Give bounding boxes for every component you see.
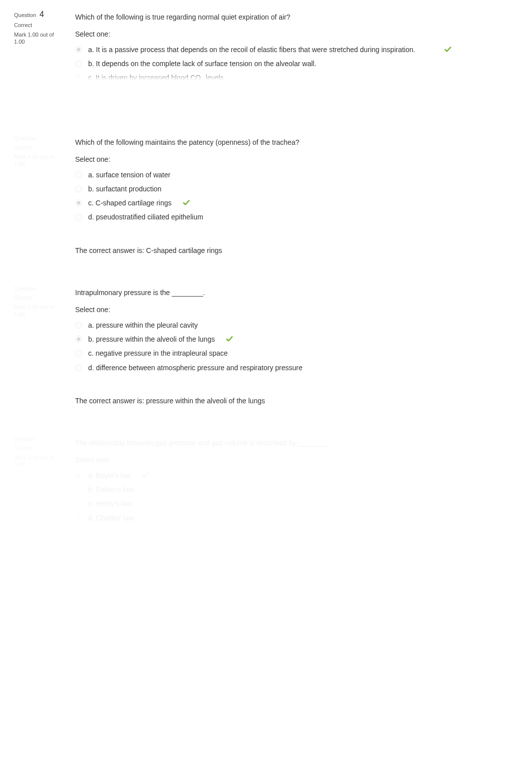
checkmark-icon bbox=[225, 335, 234, 344]
question-content: Intrapulmonary pressure is the ________.… bbox=[65, 281, 522, 411]
radio-icon bbox=[75, 75, 82, 80]
answer-text: d. pseudostratified ciliated epithelium bbox=[88, 212, 203, 222]
grade-state: Correct bbox=[14, 445, 61, 451]
answer-text: d. difference between atmospheric pressu… bbox=[88, 363, 303, 373]
question-content: Which of the following maintains the pat… bbox=[65, 130, 522, 260]
radio-icon bbox=[75, 472, 82, 479]
radio-icon bbox=[75, 46, 82, 53]
radio-icon bbox=[75, 350, 82, 357]
answer-text: c. negative pressure in the intrapleural… bbox=[88, 348, 228, 358]
feedback-answer: Boyle's law bbox=[146, 547, 181, 555]
feedback-prefix: The correct answer is: bbox=[75, 547, 146, 555]
question-block-6: Question Correct Mark 1.00 out of 1.00 I… bbox=[10, 281, 522, 411]
grade-state: Correct bbox=[14, 144, 61, 150]
radio-icon bbox=[75, 336, 82, 343]
question-label: Question bbox=[14, 286, 36, 292]
radio-icon bbox=[75, 322, 82, 329]
feedback: The correct answer is: Boyle's law bbox=[75, 540, 512, 556]
answer-option-c[interactable]: c. Henry's law bbox=[75, 496, 512, 510]
checkmark-icon bbox=[182, 198, 191, 207]
answer-list: a. Boyle's law b. Dalton's law c. Henry'… bbox=[75, 468, 512, 525]
answer-option-c[interactable]: c. It is driven by increased blood CO2 l… bbox=[75, 71, 512, 80]
checkmark-icon bbox=[141, 471, 150, 480]
radio-icon bbox=[75, 514, 82, 522]
question-label: Question bbox=[14, 135, 36, 141]
question-label: Question bbox=[14, 12, 36, 18]
answer-text: c. Henry's law bbox=[88, 498, 132, 508]
answer-option-b[interactable]: b. Dalton's law bbox=[75, 482, 512, 496]
answer-list: a. It is a passive process that depends … bbox=[75, 43, 512, 80]
radio-icon bbox=[75, 185, 82, 192]
answer-text: b. pressure within the alveoli of the lu… bbox=[88, 334, 215, 344]
question-info: Question Correct Mark 1.00 out of 1.00 bbox=[10, 281, 65, 323]
grade-state: Correct bbox=[14, 22, 61, 28]
feedback-answer: pressure within the alveoli of the lungs bbox=[146, 397, 265, 405]
answer-text: b. Dalton's law bbox=[88, 484, 134, 494]
answer-text: d. Charles' law bbox=[88, 513, 134, 523]
question-content: Which of the following is true regarding… bbox=[65, 5, 522, 80]
select-one-label: Select one: bbox=[75, 154, 512, 164]
answer-option-b[interactable]: b. It depends on the complete lack of su… bbox=[75, 57, 512, 71]
checkmark-icon bbox=[443, 45, 452, 54]
question-prompt: The relationship between gas pressure an… bbox=[75, 438, 512, 448]
answer-option-a[interactable]: a. surface tension of water bbox=[75, 168, 512, 182]
question-prompt: Which of the following is true regarding… bbox=[75, 12, 512, 22]
answer-option-b[interactable]: b. pressure within the alveoli of the lu… bbox=[75, 332, 512, 346]
subscript: 2 bbox=[201, 77, 204, 80]
answer-option-b[interactable]: b. surfactant production bbox=[75, 182, 512, 196]
select-one-label: Select one: bbox=[75, 455, 512, 465]
question-prompt: Intrapulmonary pressure is the ________. bbox=[75, 288, 512, 298]
mark-text: Mark 1.00 out of 1.00 bbox=[14, 153, 61, 168]
feedback-prefix: The correct answer is: bbox=[75, 246, 146, 254]
question-number: 4 bbox=[40, 10, 44, 19]
answer-list: a. pressure within the pleural cavity b.… bbox=[75, 318, 512, 375]
mark-text: Mark 1.00 out of 1.00 bbox=[14, 31, 61, 46]
question-block-4: Question 4 Correct Mark 1.00 out of 1.00… bbox=[10, 5, 522, 80]
answer-text: b. It depends on the complete lack of su… bbox=[88, 59, 316, 69]
answer-text: a. pressure within the pleural cavity bbox=[88, 320, 198, 330]
question-info: Question 4 Correct Mark 1.00 out of 1.00 bbox=[10, 5, 65, 51]
answer-text-pre: c. It is driven by increased blood CO bbox=[88, 74, 201, 80]
question-label: Question bbox=[14, 436, 36, 442]
question-info: Question Correct Mark 1.00 out of 1.00 bbox=[10, 431, 65, 473]
answer-option-d[interactable]: d. Charles' law bbox=[75, 511, 512, 525]
feedback: The correct answer is: C-shaped cartilag… bbox=[75, 239, 512, 255]
answer-option-a[interactable]: a. pressure within the pleural cavity bbox=[75, 318, 512, 332]
question-prompt: Which of the following maintains the pat… bbox=[75, 137, 512, 147]
answer-list: a. surface tension of water b. surfactan… bbox=[75, 168, 512, 224]
question-info: Question Correct Mark 1.00 out of 1.00 bbox=[10, 130, 65, 173]
answer-text-post: levels. bbox=[204, 74, 226, 80]
answer-option-c[interactable]: c. C-shaped cartilage rings bbox=[75, 196, 512, 210]
feedback: The correct answer is: pressure within t… bbox=[75, 390, 512, 406]
feedback-prefix: The correct answer is: bbox=[75, 397, 146, 405]
answer-option-c[interactable]: c. negative pressure in the intrapleural… bbox=[75, 346, 512, 360]
mark-text: Mark 1.00 out of 1.00 bbox=[14, 454, 61, 468]
radio-icon bbox=[75, 60, 82, 67]
question-content: The relationship between gas pressure an… bbox=[65, 431, 522, 561]
answer-option-d[interactable]: d. difference between atmospheric pressu… bbox=[75, 361, 512, 375]
radio-icon bbox=[75, 214, 82, 221]
answer-text: b. surfactant production bbox=[88, 184, 161, 194]
radio-icon bbox=[75, 500, 82, 507]
select-one-label: Select one: bbox=[75, 29, 512, 39]
select-one-label: Select one: bbox=[75, 305, 512, 315]
radio-icon bbox=[75, 199, 82, 206]
answer-text: a. It is a passive process that depends … bbox=[88, 45, 415, 55]
answer-option-a[interactable]: a. It is a passive process that depends … bbox=[75, 43, 512, 57]
answer-option-a[interactable]: a. Boyle's law bbox=[75, 468, 512, 482]
answer-text: c. It is driven by increased blood CO2 l… bbox=[88, 73, 225, 80]
answer-option-d[interactable]: d. pseudostratified ciliated epithelium bbox=[75, 210, 512, 224]
grade-state: Correct bbox=[14, 295, 61, 301]
question-block-7: Question Correct Mark 1.00 out of 1.00 T… bbox=[10, 431, 522, 561]
answer-text: a. surface tension of water bbox=[88, 170, 170, 180]
mark-text: Mark 1.00 out of 1.00 bbox=[14, 304, 61, 318]
radio-icon bbox=[75, 171, 82, 178]
feedback-answer: C-shaped cartilage rings bbox=[146, 246, 222, 254]
question-block-5: Question Correct Mark 1.00 out of 1.00 W… bbox=[10, 130, 522, 260]
answer-text: c. C-shaped cartilage rings bbox=[88, 198, 172, 208]
radio-icon bbox=[75, 364, 82, 371]
radio-icon bbox=[75, 486, 82, 493]
answer-text: a. Boyle's law bbox=[88, 470, 131, 480]
